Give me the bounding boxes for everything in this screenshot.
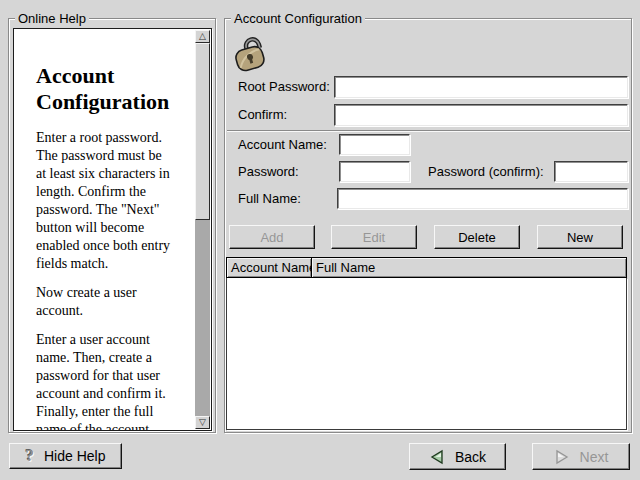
installer-window: { "help": { "frame_label": "Online Help"… bbox=[0, 0, 640, 480]
next-arrow-icon bbox=[554, 449, 570, 465]
help-content: Account Configuration Enter a root passw… bbox=[14, 29, 194, 430]
online-help-panel: Online Help Account Configuration Enter … bbox=[8, 18, 216, 433]
help-scrollbar[interactable]: △ ▽ bbox=[195, 30, 210, 429]
back-label: Back bbox=[455, 449, 486, 465]
root-password-label: Root Password: bbox=[238, 76, 330, 98]
scroll-down-button[interactable]: ▽ bbox=[195, 416, 210, 429]
scrollbar-thumb[interactable] bbox=[195, 43, 210, 220]
online-help-frame-label: Online Help bbox=[15, 11, 89, 26]
lock-icon bbox=[228, 31, 274, 73]
edit-button[interactable]: Edit bbox=[331, 225, 417, 249]
hide-help-label: Hide Help bbox=[44, 448, 105, 464]
password-input[interactable] bbox=[339, 161, 410, 182]
add-button[interactable]: Add bbox=[229, 225, 315, 249]
account-name-input[interactable] bbox=[339, 134, 410, 155]
next-label: Next bbox=[580, 449, 609, 465]
password-confirm-input[interactable] bbox=[554, 161, 628, 182]
scroll-up-icon: △ bbox=[199, 32, 206, 41]
password-label: Password: bbox=[238, 161, 299, 182]
confirm-password-input[interactable] bbox=[334, 104, 628, 126]
accounts-table-header: Account Name Full Name bbox=[226, 257, 627, 278]
help-paragraph: Enter a root password. The password must… bbox=[36, 129, 194, 273]
column-header-full-name[interactable]: Full Name bbox=[311, 257, 627, 278]
back-button[interactable]: Back bbox=[409, 443, 506, 470]
back-arrow-icon bbox=[429, 449, 445, 465]
accounts-list[interactable] bbox=[226, 278, 627, 430]
separator bbox=[227, 130, 630, 132]
account-config-frame-label: Account Configuration bbox=[231, 11, 365, 26]
full-name-label: Full Name: bbox=[238, 188, 301, 209]
help-heading: Account Configuration bbox=[36, 63, 188, 115]
help-text-viewport: Account Configuration Enter a root passw… bbox=[13, 28, 212, 431]
hide-help-button[interactable]: ? Hide Help bbox=[9, 443, 122, 469]
root-password-input[interactable] bbox=[334, 76, 628, 98]
confirm-label: Confirm: bbox=[238, 104, 287, 126]
delete-button[interactable]: Delete bbox=[434, 225, 520, 249]
full-name-input[interactable] bbox=[337, 188, 628, 209]
scroll-down-icon: ▽ bbox=[199, 418, 206, 427]
password-confirm-label: Password (confirm): bbox=[428, 161, 544, 182]
question-icon: ? bbox=[26, 446, 35, 466]
account-configuration-panel: Account Configuration Root Password: Con… bbox=[224, 18, 632, 433]
next-button[interactable]: Next bbox=[532, 443, 630, 470]
scroll-up-button[interactable]: △ bbox=[195, 30, 210, 43]
new-button[interactable]: New bbox=[537, 225, 623, 249]
column-header-account-name[interactable]: Account Name bbox=[226, 257, 312, 278]
account-name-label: Account Name: bbox=[238, 134, 327, 155]
help-paragraph: Enter a user account name. Then, create … bbox=[36, 331, 194, 431]
help-paragraph: Now create a user account. bbox=[36, 284, 194, 320]
